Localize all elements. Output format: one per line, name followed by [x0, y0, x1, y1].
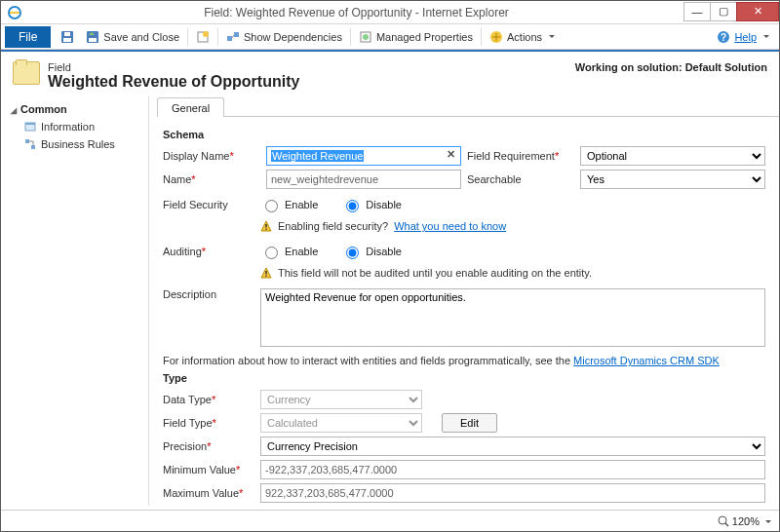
- warning-icon: [260, 267, 272, 279]
- audit-warning-text: This field will not be audited until you…: [278, 267, 592, 279]
- maximize-button[interactable]: ▢: [710, 2, 737, 21]
- name-label: Name*: [163, 173, 260, 185]
- precision-select[interactable]: Currency Precision: [260, 437, 765, 456]
- description-label: Description: [163, 288, 260, 300]
- zoom-control[interactable]: 120%: [718, 515, 771, 527]
- data-type-select: Currency: [260, 390, 422, 409]
- sdk-link[interactable]: Microsoft Dynamics CRM SDK: [573, 355, 720, 366]
- svg-rect-18: [31, 145, 35, 149]
- svg-rect-24: [265, 276, 266, 277]
- searchable-label: Searchable: [467, 173, 565, 185]
- svg-rect-3: [64, 32, 70, 36]
- show-dependencies-button[interactable]: Show Dependencies: [220, 28, 348, 46]
- schema-heading: Schema: [163, 129, 765, 140]
- save-and-close-button[interactable]: Save and Close: [80, 28, 185, 46]
- auditing-disable[interactable]: Disable: [341, 244, 402, 259]
- save-icon: [60, 30, 74, 44]
- svg-rect-23: [265, 271, 266, 275]
- svg-rect-16: [25, 123, 35, 125]
- separator: [481, 28, 482, 46]
- folder-icon: [13, 61, 40, 85]
- auditing-label: Auditing*: [163, 246, 260, 257]
- help-menu[interactable]: ? Help: [711, 28, 775, 46]
- description-textarea[interactable]: Weighted Revenue for open opportunities.: [260, 288, 765, 347]
- help-label: Help: [734, 31, 757, 43]
- field-security-label: Field Security: [163, 199, 260, 210]
- min-value-label: Minimum Value*: [163, 464, 260, 475]
- rules-icon: [24, 138, 36, 150]
- working-on-label: Working on solution: Default Solution: [575, 61, 767, 73]
- save-close-label: Save and Close: [103, 31, 179, 43]
- max-value-input: [260, 483, 765, 503]
- svg-point-11: [363, 34, 369, 40]
- window-title: Field: Weighted Revenue of Opportunity -…: [28, 6, 684, 19]
- info-icon: [24, 121, 36, 133]
- ie-icon: [7, 5, 22, 20]
- display-name-input[interactable]: Weighted Revenue: [266, 146, 461, 166]
- sdk-info-text: For information about how to interact wi…: [163, 355, 573, 366]
- warning-icon: [260, 220, 272, 232]
- auditing-enable[interactable]: Enable: [260, 244, 318, 259]
- field-requirement-select[interactable]: Optional: [580, 146, 765, 166]
- svg-rect-20: [265, 224, 266, 228]
- sidebar-info-label: Information: [41, 121, 95, 133]
- help-icon: ?: [717, 30, 730, 44]
- managed-icon: [359, 30, 372, 44]
- svg-rect-2: [63, 38, 71, 42]
- svg-rect-8: [227, 36, 232, 41]
- svg-rect-5: [89, 38, 97, 42]
- field-requirement-label: Field Requirement*: [467, 150, 565, 162]
- actions-icon: [489, 30, 503, 44]
- entity-type-label: Field: [48, 61, 299, 73]
- searchable-select[interactable]: Yes: [580, 170, 765, 189]
- display-name-value: Weighted Revenue: [271, 150, 364, 162]
- svg-line-26: [725, 523, 728, 526]
- svg-rect-9: [234, 32, 239, 37]
- sidebar-group-common[interactable]: Common: [1, 100, 148, 118]
- field-security-disable[interactable]: Disable: [341, 197, 402, 212]
- new-icon: [196, 30, 210, 44]
- svg-point-7: [203, 31, 209, 37]
- separator: [217, 28, 218, 46]
- max-value-label: Maximum Value*: [163, 487, 260, 499]
- svg-rect-17: [25, 139, 29, 143]
- dependencies-icon: [226, 30, 240, 44]
- chevron-down-icon: [762, 515, 771, 527]
- sidebar-rules-label: Business Rules: [41, 138, 115, 150]
- field-type-select: Calculated: [260, 413, 422, 433]
- precision-label: Precision*: [163, 440, 260, 452]
- new-button[interactable]: [190, 28, 215, 46]
- fs-warning-link[interactable]: What you need to know: [394, 220, 506, 232]
- minimize-button[interactable]: —: [683, 2, 711, 21]
- separator: [187, 28, 188, 46]
- edit-button[interactable]: Edit: [442, 413, 497, 433]
- display-name-label: Display Name*: [163, 150, 260, 162]
- clear-icon[interactable]: ✕: [447, 148, 455, 161]
- zoom-label: 120%: [732, 515, 760, 527]
- save-close-icon: [86, 30, 99, 44]
- managed-properties-button[interactable]: Managed Properties: [353, 28, 479, 46]
- name-input: [266, 170, 461, 189]
- page-title: Weighted Revenue of Opportunity: [48, 73, 299, 91]
- managed-props-label: Managed Properties: [376, 31, 473, 43]
- file-menu[interactable]: File: [5, 26, 51, 48]
- sidebar-item-information[interactable]: Information: [1, 118, 148, 135]
- svg-text:?: ?: [721, 32, 726, 43]
- tab-general[interactable]: General: [157, 97, 224, 117]
- separator: [350, 28, 351, 46]
- zoom-icon: [718, 515, 729, 527]
- field-security-enable[interactable]: Enable: [260, 197, 318, 212]
- type-heading: Type: [163, 372, 765, 384]
- data-type-label: Data Type*: [163, 394, 260, 405]
- svg-rect-21: [265, 229, 266, 230]
- actions-menu[interactable]: Actions: [484, 28, 561, 46]
- fs-warning-text: Enabling field security?: [278, 220, 388, 232]
- field-type-label: Field Type*: [163, 417, 260, 429]
- min-value-input: [260, 460, 765, 479]
- show-deps-label: Show Dependencies: [244, 31, 342, 43]
- actions-label: Actions: [507, 31, 542, 43]
- close-button[interactable]: ✕: [736, 2, 779, 21]
- save-button[interactable]: [55, 28, 80, 46]
- sidebar-item-business-rules[interactable]: Business Rules: [1, 135, 148, 153]
- svg-point-25: [719, 516, 726, 524]
